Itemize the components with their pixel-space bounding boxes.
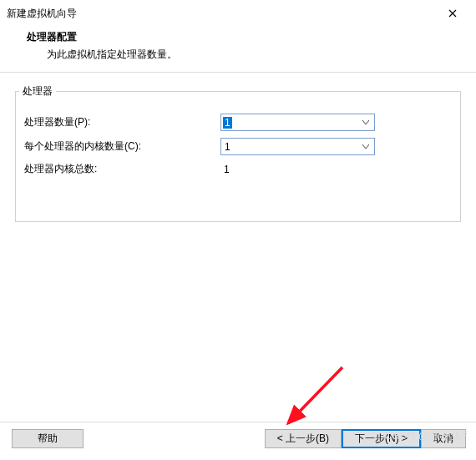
close-button[interactable] [436,3,469,23]
row-cores: 每个处理器的内核数量(C): 1 [16,134,460,159]
close-icon [448,9,457,18]
processors-combobox[interactable]: 1 [220,114,375,131]
back-button[interactable]: < 上一步(B) [265,429,342,448]
window-title: 新建虚拟机向导 [7,7,77,21]
row-processors: 处理器数量(P): 1 [16,110,460,134]
wizard-footer: 帮助 < 上一步(B) 下一步(N) > 取消 [0,422,476,448]
titlebar: 新建虚拟机向导 [0,0,476,27]
cores-value: 1 [221,141,234,153]
svg-line-0 [288,367,342,423]
total-label: 处理器内核总数: [24,162,220,176]
processors-value: 1 [223,117,232,129]
page-title: 处理器配置 [27,30,459,44]
row-total: 处理器内核总数: 1 [16,159,460,179]
group-legend: 处理器 [19,84,56,99]
next-button[interactable]: 下一步(N) > [342,429,421,448]
total-value: 1 [220,164,379,175]
wizard-body: 处理器 处理器数量(P): 1 每个处理器的内核数量(C): 1 [0,73,476,222]
chevron-down-icon [357,144,374,149]
page-subtitle: 为此虚拟机指定处理器数量。 [47,48,459,62]
cancel-button[interactable]: 取消 [421,429,466,448]
processors-label: 处理器数量(P): [24,115,220,129]
cores-combobox[interactable]: 1 [220,138,375,155]
help-button[interactable]: 帮助 [12,429,84,448]
processor-group: 处理器 处理器数量(P): 1 每个处理器的内核数量(C): 1 [15,84,461,222]
cores-label: 每个处理器的内核数量(C): [24,139,220,154]
chevron-down-icon [357,120,374,125]
wizard-header: 处理器配置 为此虚拟机指定处理器数量。 [0,27,476,72]
